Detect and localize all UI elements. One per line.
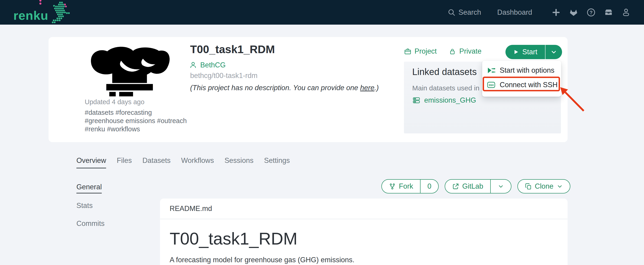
project-title: T00_task1_RDM: [190, 43, 275, 56]
start-button-label: Start: [522, 48, 537, 56]
readme-paragraph: A forecasting model for greenhouse gas (…: [170, 256, 558, 264]
lock-icon: [448, 48, 456, 55]
gitlab-button-label: GitLab: [462, 182, 483, 191]
menu-item-label: Start with options: [500, 66, 554, 74]
project-type-badge[interactable]: Project: [404, 47, 436, 55]
clone-button[interactable]: Clone: [518, 179, 570, 194]
subnav-commits[interactable]: Commits: [76, 220, 104, 229]
ssh-icon: SSH: [487, 80, 496, 89]
project-owner-link[interactable]: BethCG: [189, 61, 226, 69]
person-icon: [189, 61, 197, 69]
gitlab-button[interactable]: GitLab: [445, 180, 490, 193]
fork-button-group: Fork 0: [382, 179, 439, 194]
tag-line: #datasets #forecasting: [85, 108, 187, 117]
menu-item-connect-with-ssh[interactable]: SSH Connect with SSH: [482, 77, 561, 92]
project-slug: bethcg/t00-task1-rdm: [190, 71, 258, 80]
linked-datasets-subtitle: Main datasets used in: [412, 84, 480, 92]
navbar-right: Search Dashboard: [448, 8, 631, 17]
tab-workflows[interactable]: Workflows: [181, 156, 214, 168]
plus-icon[interactable]: [552, 8, 561, 17]
navbar-search[interactable]: Search: [448, 8, 481, 16]
menu-item-start-with-options[interactable]: Start with options: [482, 63, 561, 77]
briefcase-icon: [404, 48, 412, 55]
chevron-down-icon: [556, 183, 563, 190]
renku-logo-text: renku: [13, 9, 48, 23]
chevron-down-icon: [498, 183, 504, 190]
gitlab-button-group: GitLab: [445, 179, 511, 194]
subnav-general[interactable]: General: [76, 183, 102, 194]
project-meta-row: Project Private: [404, 47, 482, 55]
dataset-link-label: emissions_GHG: [424, 96, 476, 104]
dataset-link[interactable]: emissions_GHG: [412, 96, 476, 104]
tab-files[interactable]: Files: [117, 156, 132, 168]
readme-title: T00_task1_RDM: [170, 229, 558, 248]
tab-settings[interactable]: Settings: [264, 156, 290, 168]
clone-button-label: Clone: [535, 182, 554, 191]
git-fork-icon: [389, 183, 396, 190]
help-circle-icon[interactable]: ?: [586, 8, 596, 17]
user-icon[interactable]: [622, 8, 631, 17]
readme-body: T00_task1_RDM A forecasting model for gr…: [160, 219, 568, 264]
renku-project-page: renku: [0, 0, 644, 265]
subnav-stats[interactable]: Stats: [76, 202, 93, 211]
external-link-icon: [452, 183, 459, 190]
start-split-button[interactable]: Start: [506, 45, 562, 59]
fork-count-value: 0: [428, 182, 431, 191]
fork-button-label: Fork: [399, 182, 413, 191]
navbar-search-label: Search: [458, 8, 481, 16]
fork-button[interactable]: Fork: [382, 180, 420, 193]
project-tabs: Overview Files Datasets Workflows Sessio…: [76, 156, 290, 168]
visibility-label: Private: [459, 47, 481, 55]
play-options-icon: [487, 66, 496, 75]
readme-filename: README.md: [160, 199, 568, 219]
menu-item-label: Connect with SSH: [500, 81, 558, 89]
tag-line: #renku #workflows: [85, 125, 187, 133]
copy-icon: [525, 183, 532, 190]
svg-text:?: ?: [590, 9, 592, 15]
fork-count[interactable]: 0: [420, 180, 438, 193]
linked-datasets-title: Linked datasets: [412, 67, 477, 77]
overview-subnav: General Stats Commits: [76, 183, 104, 229]
renku-logo-pink-dots: [39, 0, 42, 4]
gitlab-tanuki-icon[interactable]: [569, 8, 578, 17]
tag-line: #greenhouse emissions #outreach: [85, 117, 187, 125]
project-tags: #datasets #forecasting #greenhouse emiss…: [85, 108, 187, 133]
renku-gecko-icon: [50, 1, 71, 23]
tab-datasets[interactable]: Datasets: [142, 156, 170, 168]
navbar-dashboard-label: Dashboard: [497, 8, 532, 16]
start-dropdown-toggle[interactable]: [546, 45, 562, 59]
svg-text:SSH: SSH: [489, 83, 494, 86]
inbox-icon[interactable]: [604, 8, 613, 17]
provide-description-link[interactable]: here: [360, 84, 374, 92]
readme-card: README.md T00_task1_RDM A forecasting mo…: [160, 199, 568, 265]
visibility-badge[interactable]: Private: [448, 47, 481, 55]
project-action-buttons: Fork 0 GitLab: [382, 179, 570, 194]
project-type-label: Project: [414, 47, 436, 55]
project-avatar: [88, 45, 172, 97]
gitlab-dropdown-toggle[interactable]: [490, 180, 511, 193]
project-updated-label: Updated 4 days ago: [85, 98, 144, 106]
play-icon: [513, 49, 519, 55]
start-button[interactable]: Start: [506, 45, 545, 59]
tab-overview[interactable]: Overview: [76, 156, 106, 168]
navbar-dashboard[interactable]: Dashboard: [497, 8, 532, 16]
renku-logo[interactable]: renku: [13, 1, 71, 23]
project-owner-name: BethCG: [200, 61, 226, 69]
start-dropdown-menu: Start with options SSH Connect with SSH: [482, 61, 561, 97]
dataset-stack-icon: [412, 96, 420, 104]
tab-sessions[interactable]: Sessions: [224, 156, 254, 168]
navbar-icon-group: ?: [552, 8, 631, 17]
search-icon: [448, 8, 456, 16]
project-description: (This project has no description. You ca…: [190, 84, 379, 92]
chevron-down-icon: [550, 48, 557, 55]
top-navbar: renku: [0, 0, 644, 25]
